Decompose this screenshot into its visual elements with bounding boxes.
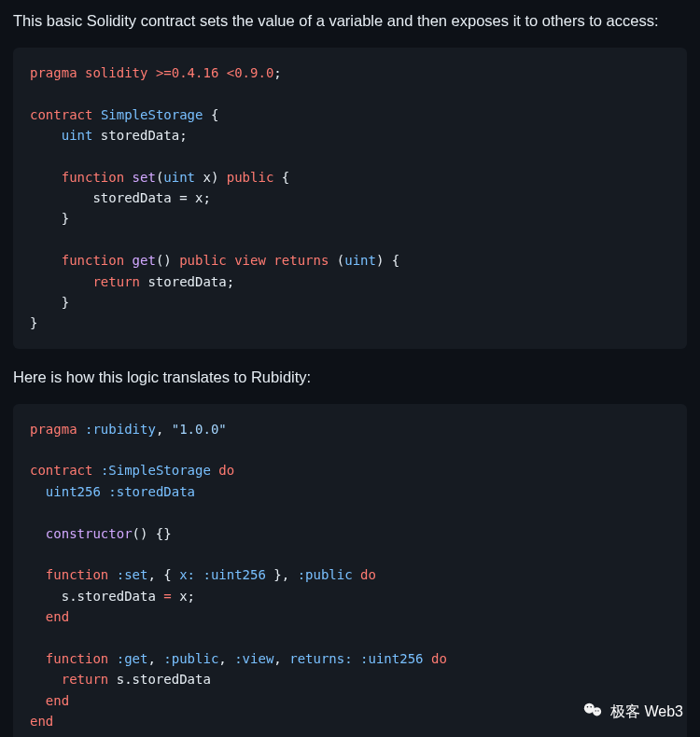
type-uint256: uint256 [46, 484, 101, 499]
brace: { [203, 107, 218, 122]
watermark: 极客 Web3 [582, 700, 683, 724]
op-eq: = [163, 589, 171, 604]
indent [30, 693, 46, 708]
indent [30, 274, 92, 289]
kw-end: end [30, 714, 53, 729]
sym-public: :public [298, 567, 353, 582]
kw-function: function [62, 253, 124, 268]
param-type: uint [163, 170, 195, 185]
kw-solidity: solidity [85, 65, 147, 80]
sym-public: :public [163, 651, 218, 666]
fn-get: get [124, 253, 156, 268]
key-returns: returns: [289, 651, 352, 666]
svg-point-4 [595, 710, 596, 711]
kw-contract: contract [30, 463, 92, 478]
indent [30, 609, 46, 624]
brace: } [62, 211, 69, 226]
brace: } [30, 315, 37, 330]
type-uint: uint [62, 128, 93, 143]
indent [30, 170, 62, 185]
intro-text-1: This basic Solidity contract sets the va… [13, 9, 687, 33]
indent [30, 295, 62, 310]
kw-return: return [62, 672, 109, 687]
kw-public: public [227, 170, 274, 185]
fn-set: set [124, 170, 156, 185]
kw-return: return [92, 274, 140, 289]
sym-stored: :storedData [108, 484, 195, 499]
kw-function: function [62, 170, 124, 185]
indent [30, 253, 62, 268]
wechat-icon [582, 700, 603, 724]
svg-point-3 [590, 706, 592, 708]
kw-function: function [46, 567, 108, 582]
sp [108, 567, 116, 582]
kw-do: do [218, 463, 234, 478]
svg-point-2 [587, 706, 589, 708]
sp [353, 567, 360, 582]
sym-view: :view [234, 651, 273, 666]
param-name: x [195, 170, 211, 185]
sym-name: :SimpleStorage [101, 463, 211, 478]
sp [77, 422, 85, 437]
kw-pragma: pragma [30, 422, 77, 437]
comma: , [218, 651, 234, 666]
indent [30, 190, 92, 205]
sym-get: :get [117, 651, 148, 666]
kw-contract: contract [30, 107, 92, 122]
sp [92, 463, 100, 478]
sp [424, 651, 431, 666]
ret-type: :uint256 [360, 651, 423, 666]
indent [30, 589, 62, 604]
kw-do: do [431, 651, 447, 666]
kw-end: end [46, 609, 69, 624]
ctor-body: () {} [133, 526, 172, 541]
paren: ) { [376, 253, 399, 268]
stmt: s.storedData [108, 672, 211, 687]
xt: :uint256 [203, 567, 265, 582]
indent [30, 567, 46, 582]
indent [30, 526, 46, 541]
kw-public: public [179, 253, 227, 268]
brace: { [273, 170, 289, 185]
args: }, [266, 567, 298, 582]
key-x: x: [179, 567, 195, 582]
paren: ( [329, 253, 344, 268]
paren: () [156, 253, 179, 268]
kw-function: function [46, 651, 108, 666]
sym-set: :set [117, 567, 148, 582]
indent [30, 211, 62, 226]
stmt: s.storedData [62, 589, 164, 604]
rubidity-code-block: pragma :rubidity, "1.0.0" contract :Simp… [13, 404, 687, 737]
indent [30, 672, 62, 687]
args: , { [147, 567, 179, 582]
kw-end: end [46, 693, 69, 708]
indent [30, 484, 46, 499]
semi: ; [273, 65, 281, 80]
stmt: x; [172, 589, 195, 604]
paren: ) [211, 170, 227, 185]
svg-point-5 [597, 710, 598, 711]
contract-name: SimpleStorage [101, 107, 203, 122]
ret-type: uint [344, 253, 376, 268]
comma: , [273, 651, 289, 666]
stmt: storedData = x; [92, 190, 210, 205]
solidity-code-block: pragma solidity >=0.4.16 <0.9.0; contrac… [13, 48, 687, 349]
brace: } [62, 295, 69, 310]
kw-do: do [360, 567, 376, 582]
var-decl: storedData; [92, 128, 187, 143]
version-2: <0.9.0 [227, 65, 274, 80]
version-string: "1.0.0" [172, 422, 227, 437]
sp [227, 253, 234, 268]
indent [30, 128, 62, 143]
sym-rubidity: :rubidity [85, 422, 156, 437]
svg-point-1 [593, 707, 601, 716]
version-1: >=0.4.16 [156, 65, 218, 80]
indent [30, 651, 46, 666]
comma: , [147, 651, 163, 666]
kw-view: view [234, 253, 266, 268]
watermark-text: 极客 Web3 [610, 702, 683, 722]
stmt: storedData; [140, 274, 234, 289]
kw-pragma: pragma [30, 65, 77, 80]
comma: , [156, 422, 172, 437]
intro-text-2: Here is how this logic translates to Rub… [13, 366, 687, 389]
